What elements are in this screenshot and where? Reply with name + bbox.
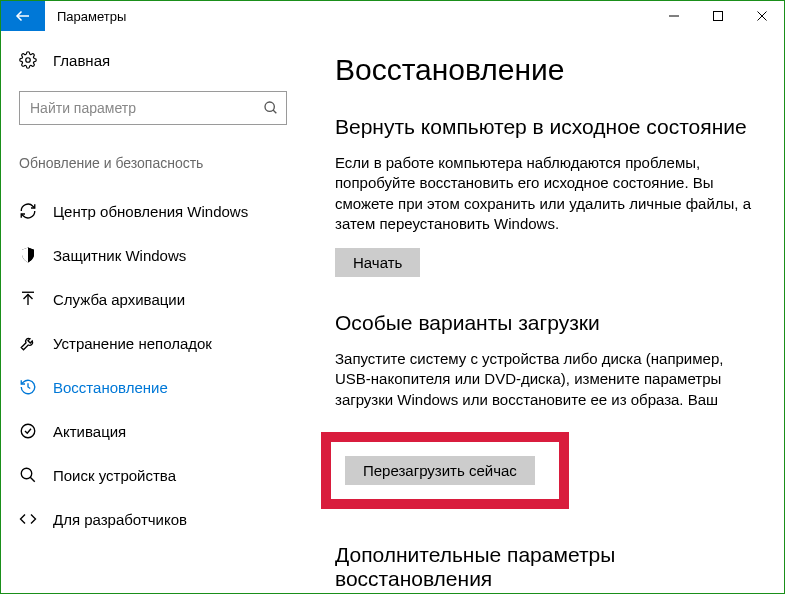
highlight-annotation: Перезагрузить сейчас	[321, 432, 569, 509]
upload-icon	[19, 290, 37, 308]
wrench-icon	[19, 334, 37, 352]
sidebar-item-windows-update[interactable]: Центр обновления Windows	[19, 189, 287, 233]
svg-point-6	[265, 102, 274, 111]
sidebar-item-label: Служба архивации	[53, 291, 185, 308]
check-circle-icon	[19, 422, 37, 440]
more-recovery-heading: Дополнительные параметры восстановления	[335, 543, 760, 591]
arrow-left-icon	[14, 7, 32, 25]
sidebar-item-activation[interactable]: Активация	[19, 409, 287, 453]
sidebar-item-defender[interactable]: Защитник Windows	[19, 233, 287, 277]
advanced-startup-heading: Особые варианты загрузки	[335, 311, 760, 335]
search-input[interactable]	[19, 91, 287, 125]
restart-now-button[interactable]: Перезагрузить сейчас	[345, 456, 535, 485]
gear-icon	[19, 51, 37, 69]
sidebar-item-developers[interactable]: Для разработчиков	[19, 497, 287, 541]
minimize-icon	[668, 10, 680, 22]
titlebar: Параметры	[1, 1, 784, 31]
svg-rect-2	[714, 12, 723, 21]
svg-point-11	[21, 424, 35, 438]
sidebar-section-label: Обновление и безопасность	[19, 155, 287, 171]
shield-icon	[19, 246, 37, 264]
sidebar-item-label: Восстановление	[53, 379, 168, 396]
window-title: Параметры	[45, 1, 126, 31]
page-title: Восстановление	[335, 53, 760, 87]
sync-icon	[19, 202, 37, 220]
sidebar-home-label: Главная	[53, 52, 110, 69]
sidebar-item-recovery[interactable]: Восстановление	[19, 365, 287, 409]
minimize-button[interactable]	[652, 1, 696, 31]
close-icon	[756, 10, 768, 22]
sidebar-item-troubleshoot[interactable]: Устранение неполадок	[19, 321, 287, 365]
sidebar-item-label: Поиск устройства	[53, 467, 176, 484]
code-icon	[19, 510, 37, 528]
content: Восстановление Вернуть компьютер в исход…	[305, 31, 784, 593]
search-icon	[263, 100, 279, 116]
sidebar: Главная Обновление и безопасность	[1, 31, 305, 593]
reset-start-button[interactable]: Начать	[335, 248, 420, 277]
sidebar-item-label: Центр обновления Windows	[53, 203, 248, 220]
reset-description: Если в работе компьютера наблюдаются про…	[335, 153, 760, 234]
sidebar-item-label: Защитник Windows	[53, 247, 186, 264]
svg-point-12	[21, 468, 32, 479]
back-button[interactable]	[1, 1, 45, 31]
maximize-button[interactable]	[696, 1, 740, 31]
maximize-icon	[712, 10, 724, 22]
sidebar-item-find-device[interactable]: Поиск устройства	[19, 453, 287, 497]
sidebar-item-backup[interactable]: Служба архивации	[19, 277, 287, 321]
sidebar-item-label: Активация	[53, 423, 126, 440]
search-device-icon	[19, 466, 37, 484]
close-button[interactable]	[740, 1, 784, 31]
svg-point-5	[26, 58, 31, 63]
sidebar-home[interactable]: Главная	[19, 51, 287, 69]
svg-line-13	[30, 477, 35, 482]
search-box[interactable]	[19, 91, 287, 125]
reset-heading: Вернуть компьютер в исходное состояние	[335, 115, 760, 139]
sidebar-item-label: Для разработчиков	[53, 511, 187, 528]
svg-line-7	[273, 110, 276, 113]
history-icon	[19, 378, 37, 396]
advanced-startup-description: Запустите систему с устройства либо диск…	[335, 349, 760, 410]
sidebar-item-label: Устранение неполадок	[53, 335, 212, 352]
